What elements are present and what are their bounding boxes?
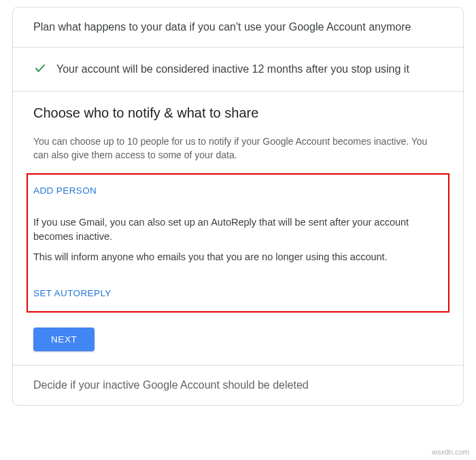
set-autoreply-button[interactable]: SET AUTOREPLY (33, 288, 112, 298)
highlighted-region: ADD PERSON If you use Gmail, you can als… (27, 173, 449, 313)
inactive-status-line: Your account will be considered inactive… (33, 61, 443, 77)
notify-description: You can choose up to 10 people for us to… (33, 135, 443, 162)
checkmark-icon (33, 61, 47, 77)
plan-section: Plan what happens to your data if you ca… (13, 7, 463, 48)
settings-card: Plan what happens to your data if you ca… (12, 7, 464, 406)
next-button[interactable]: NEXT (33, 328, 95, 351)
plan-title: Plan what happens to your data if you ca… (33, 21, 443, 33)
add-person-button[interactable]: ADD PERSON (33, 185, 97, 196)
inactive-status-text: Your account will be considered inactive… (56, 63, 409, 75)
autoreply-paragraph-2: This will inform anyone who emails you t… (33, 250, 443, 265)
autoreply-paragraph-1: If you use Gmail, you can also set up an… (33, 215, 443, 245)
delete-title: Decide if your inactive Google Account s… (33, 379, 443, 391)
notify-section: Choose who to notify & what to share You… (13, 92, 463, 366)
notify-heading: Choose who to notify & what to share (33, 105, 443, 121)
delete-section: Decide if your inactive Google Account s… (13, 366, 463, 405)
inactive-status-section: Your account will be considered inactive… (13, 48, 463, 92)
